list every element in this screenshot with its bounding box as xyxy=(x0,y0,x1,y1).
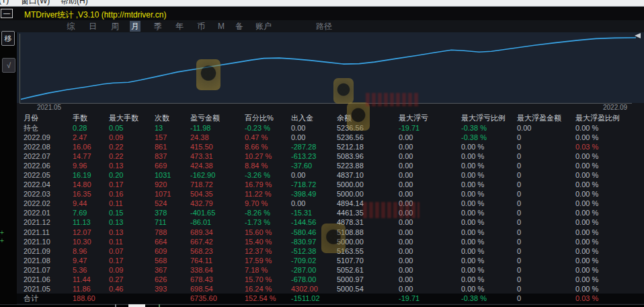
table-cell: 5052.61 xyxy=(337,265,399,275)
table-cell: -0.38 % xyxy=(461,294,517,304)
table-cell: 16.35 xyxy=(73,189,109,199)
table-cell: 14.80 xyxy=(73,180,109,189)
minimize-button[interactable]: — xyxy=(1,9,13,18)
table-cell: 0.17 xyxy=(109,256,155,265)
table-cell: 0.09 xyxy=(109,133,155,142)
table-cell: 5000.97 xyxy=(337,275,399,284)
table-row: 持仓0.280.0513-11.98-0.23 %0.005236.56-19.… xyxy=(17,123,644,133)
equity-line xyxy=(21,38,636,100)
row-label: 2021.12 xyxy=(24,217,73,227)
tab-账户[interactable]: 账户 xyxy=(254,21,273,32)
table-cell: 8.66 % xyxy=(245,142,291,151)
table-cell: 0.00 % xyxy=(575,161,644,170)
table-cell: -8.26 % xyxy=(245,208,291,217)
table-cell: 568.23 xyxy=(190,246,245,256)
table-cell: 609 xyxy=(155,246,190,256)
tab-月[interactable]: 月 xyxy=(130,21,140,32)
table-cell: 8.84 % xyxy=(245,161,291,170)
equity-curve-chart xyxy=(19,32,644,103)
table-cell: 0.00 xyxy=(291,123,337,133)
tab-周[interactable]: 周 xyxy=(110,21,120,32)
plus-mark: + xyxy=(0,238,4,244)
table-cell: 1071 xyxy=(155,189,190,199)
row-label: 2022.04 xyxy=(24,180,73,189)
header-cell: 最大浮盈比例 xyxy=(575,113,644,123)
path-label[interactable]: 路径 xyxy=(316,21,332,32)
table-cell: 0.00 % xyxy=(461,228,517,237)
table-cell: 0.00 % xyxy=(575,180,644,189)
table-cell: 0.00 % xyxy=(461,284,517,294)
table-cell: 0.07 xyxy=(109,246,155,256)
table-cell: 788 xyxy=(155,228,190,237)
table-cell: 5083.96 xyxy=(337,151,399,161)
table-cell: 367 xyxy=(155,265,190,275)
table-cell: 0.00 xyxy=(399,151,461,161)
table-cell: 0.00 % xyxy=(461,170,517,180)
tab-备[interactable]: 备 xyxy=(234,21,245,32)
menu-item-help[interactable]: 帮助(H) xyxy=(61,0,88,6)
table-cell: 0 xyxy=(517,170,575,180)
table-cell: 0.00 % xyxy=(575,217,644,227)
table-cell: 4878.31 xyxy=(337,217,399,227)
header-cell: 出入金 xyxy=(291,113,337,123)
table-cell xyxy=(109,294,155,304)
table-cell: 10.30 xyxy=(73,237,109,246)
check-button[interactable]: √ xyxy=(2,58,15,73)
table-row: 2022.0714.770.22837473.3110.27 %-613.235… xyxy=(17,151,644,161)
row-label: 2022.07 xyxy=(24,151,73,161)
tab-M[interactable]: M xyxy=(216,21,226,32)
tab-综[interactable]: 综 xyxy=(65,21,76,32)
os-menubar: (T) 窗口(W) 帮助(H) xyxy=(0,0,644,6)
header-cell: 月份 xyxy=(24,113,73,123)
table-cell: 0.00 % xyxy=(575,151,644,161)
table-cell: 393 xyxy=(155,284,190,294)
tab-季[interactable]: 季 xyxy=(153,21,163,32)
table-cell: 9.47 xyxy=(73,256,109,265)
table-cell: 524 xyxy=(155,199,190,208)
tab-币[interactable]: 币 xyxy=(196,21,206,32)
taskbar-button[interactable] xyxy=(128,304,145,307)
table-cell: 5107.70 xyxy=(337,256,399,265)
table-cell: 5000.54 xyxy=(337,284,399,294)
table-cell: 0.00 xyxy=(399,217,461,227)
table-cell: 0.00 % xyxy=(461,275,517,284)
table-cell: -287.28 xyxy=(291,142,337,151)
row-label: 2021.11 xyxy=(24,228,73,237)
table-cell: 0.03 % xyxy=(575,294,644,304)
table-cell: 11.86 xyxy=(73,284,109,294)
table-cell: 626 xyxy=(155,275,190,284)
table-cell: 0 xyxy=(517,189,575,199)
menu-item-window[interactable]: 窗口(W) xyxy=(21,0,50,6)
menu-item-partial[interactable]: (T) xyxy=(0,0,9,5)
table-cell: 9.44 xyxy=(73,199,109,208)
table-cell: 432.79 xyxy=(190,199,245,208)
table-cell: -1511.02 xyxy=(291,294,337,304)
table-cell: 0.17 xyxy=(109,180,155,189)
move-button[interactable]: 移 xyxy=(1,31,15,46)
table-cell: 667.42 xyxy=(190,237,245,246)
table-cell: 0 xyxy=(517,217,575,227)
table-cell: 5000.00 xyxy=(337,180,399,189)
table-cell: 0.00 % xyxy=(575,123,644,133)
table-cell: -401.65 xyxy=(190,208,245,217)
x-axis-start-label: 2021.05 xyxy=(37,104,61,111)
table-cell: -613.23 xyxy=(291,151,337,161)
table-cell: 0.13 xyxy=(109,161,155,170)
table-cell: 0.00 % xyxy=(575,265,644,275)
table-cell: -3.26 % xyxy=(245,170,291,180)
menu-tabs: 路径 综日周月季年币M备账户 xyxy=(0,20,644,32)
window-title: MTDriver统计 ,V3.10 (http://mtdriver.cn) xyxy=(24,9,166,21)
table-cell: -709.02 xyxy=(291,256,337,265)
x-axis-end-label: 2022.09 xyxy=(603,104,627,111)
tab-日[interactable]: 日 xyxy=(87,21,98,32)
taskbar-tick xyxy=(159,304,160,307)
table-cell: 9.96 xyxy=(73,161,109,170)
header-cell: 盈亏金额 xyxy=(190,113,245,123)
tab-年[interactable]: 年 xyxy=(174,21,185,32)
table-cell: 0.00 % xyxy=(575,246,644,256)
table-cell: 0.00 xyxy=(291,133,337,142)
chart-end-marker xyxy=(635,33,641,38)
table-cell: 17.59 % xyxy=(245,256,291,265)
table-cell: -287.00 xyxy=(291,265,337,275)
header-row: 月份手数最大手数次数盈亏金额百分比%出入金余额最大浮亏最大浮亏比例最大浮盈金额最… xyxy=(17,113,644,123)
